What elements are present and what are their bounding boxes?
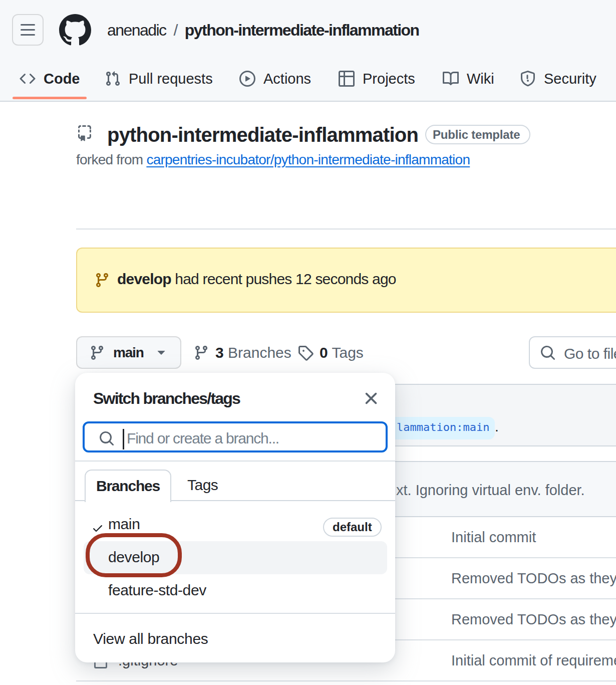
branches-count-text: 3 Branches xyxy=(215,344,291,361)
git-branch-icon xyxy=(89,345,105,361)
current-branch-label: main xyxy=(113,346,144,360)
forked-from-line: forked from carpentries-incubator/python… xyxy=(76,152,470,168)
tab-wiki[interactable]: Wiki xyxy=(443,69,494,89)
breadcrumb-owner[interactable]: anenadic xyxy=(107,21,166,39)
github-logo[interactable] xyxy=(59,14,91,46)
tags-count: 0 xyxy=(320,344,328,361)
tab-actions[interactable]: Actions xyxy=(239,69,311,89)
chevron-down-icon xyxy=(153,344,169,360)
branch-name: feature-std-dev xyxy=(108,582,206,599)
git-branch-icon xyxy=(94,272,110,288)
tab-wiki-label: Wiki xyxy=(467,71,494,87)
forked-from-link[interactable]: carpentries-incubator/python-intermediat… xyxy=(146,152,470,167)
github-repo-page: anenadic/python-intermediate-inflammatio… xyxy=(0,0,616,685)
repo-template-icon xyxy=(76,125,92,141)
tab-actions-label: Actions xyxy=(263,71,311,87)
go-to-file-placeholder: Go to file xyxy=(564,345,616,362)
breadcrumb: anenadic/python-intermediate-inflammatio… xyxy=(107,21,419,39)
branch-item-develop[interactable]: develop xyxy=(84,541,387,574)
branch-selector-button[interactable]: main xyxy=(76,336,181,369)
tag-icon xyxy=(297,345,314,361)
tab-code-label: Code xyxy=(44,71,80,87)
book-icon xyxy=(443,71,459,87)
tab-security-label: Security xyxy=(544,71,596,87)
code-icon xyxy=(20,71,36,87)
breadcrumb-separator: / xyxy=(166,21,185,39)
breadcrumb-repo[interactable]: python-intermediate-inflammation xyxy=(185,21,419,39)
recent-push-banner: develop had recent pushes 12 seconds ago xyxy=(76,248,616,313)
tags-count-text: 0 Tags xyxy=(320,344,364,361)
fork-status-period: . xyxy=(495,419,499,435)
recent-push-branch: develop xyxy=(117,271,171,287)
tab-pull-requests[interactable]: Pull requests xyxy=(105,69,213,89)
tags-label: Tags xyxy=(332,344,363,361)
branches-count: 3 xyxy=(215,344,224,361)
branch-search-input[interactable]: Find or create a branch... xyxy=(83,421,388,452)
visibility-badge: Public template xyxy=(425,125,530,144)
branch-item-feature-std-dev[interactable]: feature-std-dev xyxy=(84,574,387,607)
git-pull-request-icon xyxy=(105,71,121,87)
tab-projects[interactable]: Projects xyxy=(339,69,415,89)
dialog-footer-divider xyxy=(75,613,395,614)
recent-push-message-text: had recent pushes 12 seconds ago xyxy=(171,271,396,287)
commit-message[interactable]: Initial commit xyxy=(451,529,536,546)
page-title[interactable]: python-intermediate-inflammation xyxy=(107,123,418,147)
search-icon xyxy=(99,430,115,446)
table-icon xyxy=(339,71,355,87)
commit-message[interactable]: Removed TODOs as they xyxy=(451,611,616,628)
branches-label: Branches xyxy=(228,344,291,361)
dialog-title: Switch branches/tags xyxy=(93,389,240,407)
branch-item-main[interactable]: main default xyxy=(84,508,387,541)
tab-code[interactable]: Code xyxy=(20,69,80,89)
upstream-ref-fragment: lammation:main xyxy=(397,419,489,435)
default-badge: default xyxy=(323,518,382,537)
hamburger-icon xyxy=(21,24,35,36)
header-divider xyxy=(76,229,616,230)
shield-icon xyxy=(520,71,536,87)
git-branch-icon xyxy=(193,345,209,361)
commit-message[interactable]: Initial commit of requireme xyxy=(451,652,616,669)
forked-from-label: forked from xyxy=(76,152,143,167)
tags-counter[interactable]: 0 Tags xyxy=(297,336,364,369)
app-header: anenadic/python-intermediate-inflammatio… xyxy=(0,0,616,102)
dialog-divider xyxy=(75,461,395,462)
tab-pull-requests-label: Pull requests xyxy=(129,71,213,87)
search-icon xyxy=(540,345,556,361)
close-icon[interactable] xyxy=(361,388,381,408)
hamburger-menu-button[interactable] xyxy=(12,14,44,46)
branches-counter[interactable]: 3 Branches xyxy=(193,336,291,369)
play-icon xyxy=(239,71,255,87)
branch-name: develop xyxy=(108,549,159,566)
latest-commit-message[interactable]: xt. Ignoring virtual env. folder. xyxy=(396,482,585,499)
go-to-file-input[interactable]: Go to file xyxy=(529,336,616,369)
tab-branches[interactable]: Branches xyxy=(85,470,171,502)
tab-tags[interactable]: Tags xyxy=(187,470,218,501)
recent-push-message: develop had recent pushes 12 seconds ago xyxy=(117,270,396,288)
switch-branches-dialog: Switch branches/tags Find or create a br… xyxy=(75,373,395,662)
tab-projects-label: Projects xyxy=(363,71,415,87)
view-all-branches-link[interactable]: View all branches xyxy=(93,624,377,654)
branch-search-placeholder: Find or create a branch... xyxy=(127,430,279,447)
check-icon xyxy=(92,522,104,534)
branch-name: main xyxy=(108,516,140,533)
commit-message[interactable]: Removed TODOs as they xyxy=(451,570,616,587)
active-tab-underline xyxy=(13,97,87,99)
tab-security[interactable]: Security xyxy=(520,69,596,89)
text-cursor xyxy=(123,429,124,449)
